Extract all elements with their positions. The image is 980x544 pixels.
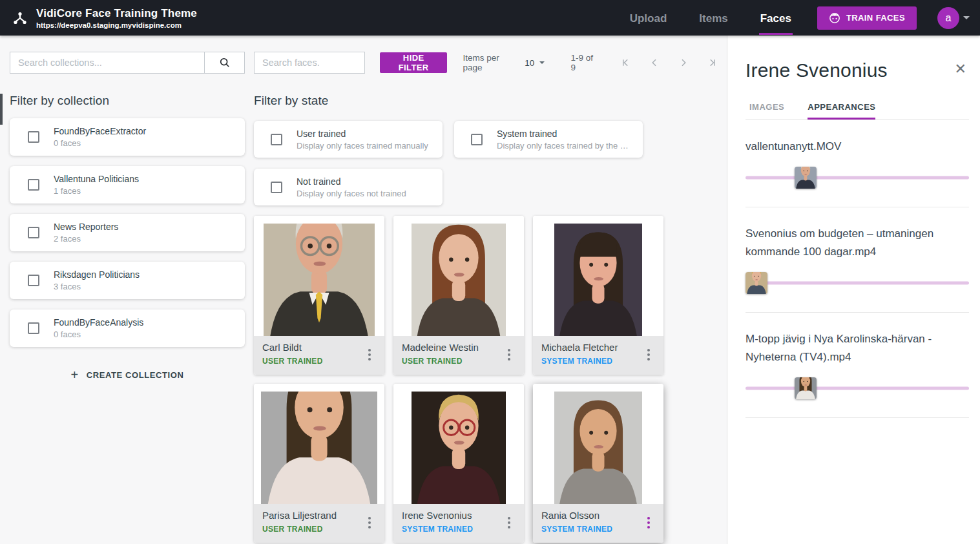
state-checkbox[interactable] xyxy=(271,182,282,193)
timeline-bar xyxy=(745,282,969,285)
collection-card[interactable]: Vallentuna Politicians 1 faces xyxy=(10,166,245,204)
faces-toolbar: HIDE FILTER Items per page 10 1-9 of 9 xyxy=(254,52,727,74)
pagination-range: 1-9 of 9 xyxy=(570,53,596,72)
face-photo xyxy=(412,224,506,336)
collection-checkbox[interactable] xyxy=(28,179,39,191)
faces-grid: Carl Bildt USER TRAINED Madeleine Westin xyxy=(254,216,727,543)
first-page-button[interactable] xyxy=(610,54,640,71)
tab-images[interactable]: IMAGES xyxy=(749,98,784,120)
collections-panel: Filter by collection FoundByFaceExtracto… xyxy=(10,52,245,544)
card-menu-button[interactable] xyxy=(638,510,660,536)
train-faces-button[interactable]: TRAIN FACES xyxy=(817,6,917,30)
filter-by-state-title: Filter by state xyxy=(254,94,727,108)
timeline-bar xyxy=(745,387,969,390)
collection-card[interactable]: Riksdagen Politicians 3 faces xyxy=(10,262,245,299)
search-collections-input[interactable] xyxy=(10,52,204,73)
filter-by-collection-title: Filter by collection xyxy=(10,94,245,108)
appearance-item: Svenonius om budgeten – utmaningen komma… xyxy=(745,207,969,313)
face-card[interactable]: Carl Bildt USER TRAINED xyxy=(254,216,384,375)
face-card[interactable]: Irene Svenonius SYSTEM TRAINED xyxy=(393,384,524,543)
main-nav: Upload Items Faces xyxy=(629,1,793,35)
face-card[interactable]: Madeleine Westin USER TRAINED xyxy=(393,216,524,375)
state-filters: User trained Display only faces trained … xyxy=(254,121,727,205)
create-collection-button[interactable]: + CREATE COLLECTION xyxy=(64,363,190,386)
items-per-page-select[interactable]: 10 xyxy=(525,58,545,68)
appearance-timeline xyxy=(745,376,969,401)
collection-card[interactable]: News Reporters 2 faces xyxy=(10,214,245,251)
faces-panel: HIDE FILTER Items per page 10 1-9 of 9 xyxy=(254,52,727,544)
collection-checkbox[interactable] xyxy=(28,227,39,238)
face-card[interactable]: Parisa Liljestrand USER TRAINED xyxy=(254,384,384,543)
chevron-down-icon[interactable] xyxy=(963,16,970,19)
vidicore-logo-icon xyxy=(9,10,31,26)
state-filter-user-trained[interactable]: User trained Display only faces trained … xyxy=(254,121,443,158)
chevron-down-icon xyxy=(539,61,545,64)
face-photo xyxy=(554,392,642,504)
face-card[interactable]: Rania Olsson SYSTEM TRAINED xyxy=(533,384,663,543)
pagination xyxy=(610,54,727,71)
collection-checkbox[interactable] xyxy=(28,322,39,334)
collection-checkbox[interactable] xyxy=(28,275,39,286)
card-menu-button[interactable] xyxy=(498,342,520,368)
next-page-button[interactable] xyxy=(669,54,698,71)
scrollbar-thumb[interactable] xyxy=(0,94,3,125)
avatar[interactable]: a xyxy=(937,7,959,29)
face-photo xyxy=(554,224,642,336)
detail-panel-title: Irene Svenonius xyxy=(745,59,952,81)
card-menu-button[interactable] xyxy=(359,510,381,536)
nav-item-items[interactable]: Items xyxy=(698,1,729,35)
timeline-thumbnail[interactable] xyxy=(795,167,817,189)
nav-item-upload[interactable]: Upload xyxy=(629,1,669,35)
state-filter-not-trained[interactable]: Not trained Display only faces not train… xyxy=(254,169,443,205)
appearance-item: vallentunanytt.MOV xyxy=(745,120,969,207)
appearance-filename: Svenonius om budgeten – utmaningen komma… xyxy=(745,225,969,261)
collection-checkbox[interactable] xyxy=(28,131,39,143)
hide-filter-button[interactable]: HIDE FILTER xyxy=(380,52,447,73)
previous-page-button[interactable] xyxy=(640,54,669,71)
card-menu-button[interactable] xyxy=(638,342,660,368)
face-icon xyxy=(829,12,840,24)
face-photo xyxy=(264,224,375,336)
appearance-filename: vallentunanytt.MOV xyxy=(745,138,969,156)
card-menu-button[interactable] xyxy=(359,342,381,368)
items-per-page-label: Items per page xyxy=(463,53,513,72)
detail-tabs: IMAGES APPEARANCES xyxy=(745,98,969,120)
state-filter-system-trained[interactable]: System trained Display only faces traine… xyxy=(454,121,643,158)
face-photo xyxy=(412,392,506,504)
state-checkbox[interactable] xyxy=(271,134,282,145)
app-header: VidiCore Face Training Theme https://dee… xyxy=(0,0,980,36)
app-title: VidiCore Face Training Theme xyxy=(36,7,197,20)
appearance-timeline xyxy=(745,165,969,190)
plus-icon: + xyxy=(70,368,78,381)
tab-appearances[interactable]: APPEARANCES xyxy=(808,98,875,120)
face-card[interactable]: Michaela Fletcher SYSTEM TRAINED xyxy=(533,216,663,375)
timeline-thumbnail[interactable] xyxy=(745,272,767,294)
collection-card[interactable]: FoundByFaceExtractor 0 faces xyxy=(10,118,245,156)
appearance-filename: M-topp jävig i Nya Karolinska-härvan - N… xyxy=(745,330,969,366)
faces-search xyxy=(254,52,365,74)
app-url: https://deepva0.staging.myvidispine.com xyxy=(36,21,197,29)
card-menu-button[interactable] xyxy=(498,510,520,536)
collections-search xyxy=(10,52,245,74)
timeline-bar xyxy=(745,176,969,180)
nav-item-faces[interactable]: Faces xyxy=(759,1,793,35)
last-page-button[interactable] xyxy=(698,54,727,71)
face-photo xyxy=(261,392,377,504)
state-checkbox[interactable] xyxy=(471,134,483,145)
search-faces-input[interactable] xyxy=(255,52,391,73)
close-icon[interactable]: ✕ xyxy=(952,61,969,78)
collection-card[interactable]: FoundByFaceAnalysis 0 faces xyxy=(10,309,245,347)
detail-panel: Irene Svenonius ✕ IMAGES APPEARANCES val… xyxy=(727,36,980,544)
search-icon xyxy=(219,57,231,68)
search-collections-button[interactable] xyxy=(204,52,244,73)
appearance-timeline xyxy=(745,271,969,295)
timeline-thumbnail[interactable] xyxy=(795,377,817,399)
appearance-item: M-topp jävig i Nya Karolinska-härvan - N… xyxy=(745,313,969,418)
